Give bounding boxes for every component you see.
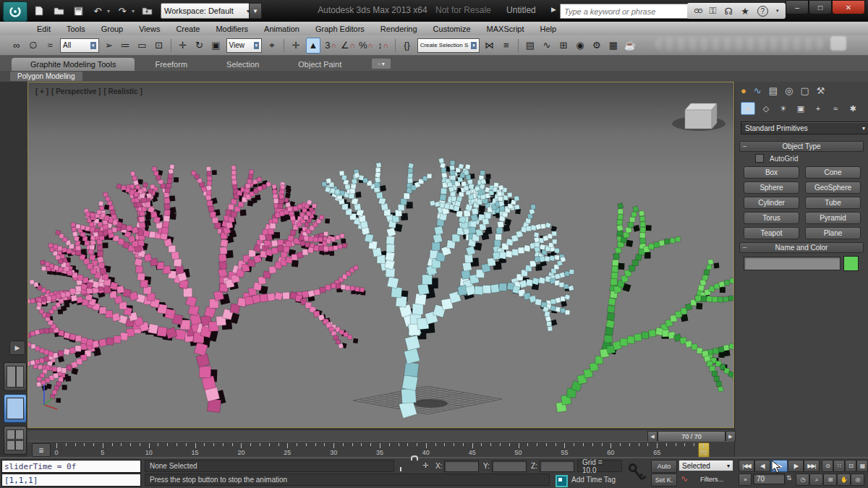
key-mode-toggle[interactable]: ⊙ [822,460,833,472]
tab-hierarchy-icon[interactable]: ▤ [769,85,778,96]
mini-curve-editor-button[interactable]: ≣ [32,443,51,457]
current-frame-field[interactable]: 70 [753,474,785,484]
project-folder-icon[interactable] [140,4,154,17]
ribbon-tab-selection[interactable]: Selection [208,58,278,71]
selection-filter-dropdown[interactable]: All ▾ [60,38,99,53]
primitive-category-dropdown[interactable]: Standard Primitives ▾ [741,121,868,134]
orbit-view-button[interactable]: ◎ [851,474,864,486]
named-selection-sets-dropdown[interactable]: Create Selection S ▾ [417,38,480,53]
object-name-field[interactable] [744,257,841,270]
ribbon-minimize-toggle[interactable]: ▫ ▾ [372,59,391,69]
category-helpers-icon[interactable]: + [812,103,825,114]
layout-preset-single-active[interactable] [4,394,27,423]
undo-icon[interactable]: ↶ [90,4,105,17]
key-filter-dropdown[interactable]: Selected ▾ [678,460,733,471]
select-and-manipulate-icon[interactable]: ✛ [289,38,302,53]
rectangular-selection-region-icon[interactable]: ▭ [136,38,149,53]
menu-group[interactable]: Group [93,25,132,33]
schematic-view-icon[interactable]: ⊞ [557,38,570,53]
next-frame-button[interactable]: |▶ [788,460,804,472]
select-and-move-icon[interactable]: ✛ [176,38,190,53]
maximize-button[interactable]: □ [809,0,832,14]
default-in-out-tangent-icon[interactable]: ∿ [681,474,688,484]
render-setup-icon[interactable]: ⚙ [590,38,603,53]
autogrid-checkbox[interactable] [755,154,764,163]
percent-snap-toggle-icon[interactable]: %∩ [359,38,373,53]
go-to-start-button[interactable]: |◀◀ [739,460,754,472]
infocenter-expand-icon[interactable]: ▶ [551,6,556,13]
ribbon-tab-object-paint[interactable]: Object Paint [279,58,360,71]
select-and-link-icon[interactable]: ∞ [10,38,23,53]
workspace-menu-button[interactable]: ▼ [249,3,262,19]
new-scene-icon[interactable] [32,4,46,17]
maxscript-listener-line1[interactable]: sliderTime = 0f [1,460,141,473]
y-coord-field[interactable] [492,461,527,472]
layout-preset-split[interactable] [4,362,27,391]
auto-key-button[interactable]: Auto [651,460,677,473]
layout-preset-quad[interactable] [4,426,27,455]
time-configuration-button[interactable]: ◷ [796,474,809,486]
category-shapes-icon[interactable]: ◇ [760,103,773,114]
application-menu-button[interactable] [3,1,27,22]
category-spacewarps-icon[interactable]: ≈ [829,103,842,114]
redo-icon[interactable]: ↷ [115,4,129,17]
menu-customize[interactable]: Customize [425,25,479,33]
go-to-end-button[interactable]: ▶▶| [804,460,820,472]
create-button-pyramid[interactable]: Pyramid [805,212,861,224]
keyboard-shortcut-override-toggle[interactable]: ▲ [306,38,320,53]
create-button-geosphere[interactable]: GeoSphere [805,181,861,194]
x-coord-field[interactable] [444,461,479,472]
maxscript-listener-line2[interactable]: [1,1,1] [1,474,141,487]
slider-next-arrow[interactable]: ▶ [726,431,736,442]
menu-help[interactable]: Help [532,25,565,33]
key-mode-button[interactable]: » [739,474,752,486]
rollout-object-type[interactable]: – Object Type [739,141,864,152]
pan-view-button[interactable]: ✋ [837,474,851,486]
angle-snap-toggle-icon[interactable]: ∠∩ [341,38,355,53]
search-input[interactable] [560,4,693,19]
category-cameras-icon[interactable]: ▣ [794,103,807,114]
use-pivot-center-icon[interactable]: ⌖ [265,38,278,53]
workspace-dropdown[interactable]: Workspace: Default ▾ [161,3,253,19]
scale-keys-toggle[interactable]: ▦ [856,460,868,472]
viewport-canvas[interactable] [28,82,733,427]
help-icon[interactable]: ? [757,6,768,17]
undo-dropdown-caret[interactable]: ▾ [107,8,110,14]
tab-motion-icon[interactable]: ◎ [785,85,793,96]
render-production-icon[interactable]: ☕ [624,38,637,53]
z-coord-field[interactable] [540,461,574,472]
search-icon[interactable]: ʘʘ [694,7,702,14]
add-time-tag-icon[interactable] [556,475,568,487]
select-and-rotate-icon[interactable]: ↻ [193,38,206,53]
menu-create[interactable]: Create [168,25,208,33]
menu-rendering[interactable]: Rendering [373,25,425,33]
time-slider-track[interactable]: ◀ 70 / 70 ▶ [27,429,734,442]
favorites-star-icon[interactable]: ★ [741,6,749,17]
perspective-viewport[interactable]: [ + ] [ Perspective ] [ Realistic ] [27,82,734,428]
subscription-key-icon[interactable]: ⚿ [710,5,717,17]
select-object-icon[interactable]: ➢ [103,38,116,53]
frame-spinner[interactable]: ⇅ [786,474,792,481]
tab-create-icon[interactable]: ● [741,85,746,96]
create-button-sphere[interactable]: Sphere [744,181,799,194]
open-file-icon[interactable] [51,4,66,17]
tab-utilities-icon[interactable]: ⚒ [817,85,825,96]
close-button[interactable]: ✕ [832,0,865,14]
category-systems-icon[interactable]: ✱ [846,103,859,114]
previous-frame-button[interactable]: ◀| [754,460,770,472]
create-button-teapot[interactable]: Teapot [744,227,799,239]
bind-to-spacewarp-icon[interactable]: ≈ [43,38,56,53]
set-key-icon[interactable] [625,461,650,486]
menu-animation[interactable]: Animation [256,25,307,33]
category-geometry-icon[interactable]: ● [741,102,755,115]
tab-display-icon[interactable]: ▢ [800,85,809,96]
redo-dropdown-caret[interactable]: ▾ [132,8,135,14]
tab-polygon-modeling[interactable]: Polygon Modeling [10,72,82,81]
position-keys-toggle[interactable]: ∷ [833,460,845,472]
menu-modifiers[interactable]: Modifiers [208,25,256,33]
menu-views[interactable]: Views [131,25,168,33]
filters-button[interactable]: Filters... [693,474,731,485]
snap-toggle-3d-icon[interactable]: 3∩ [324,38,337,53]
rendered-frame-window-icon[interactable]: ▦ [607,38,620,53]
set-key-button[interactable]: Set K. [651,474,677,487]
